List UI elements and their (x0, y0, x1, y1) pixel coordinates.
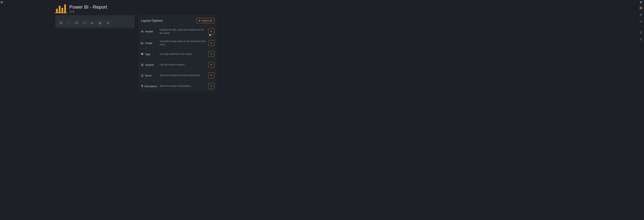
option-label: Header (145, 30, 153, 33)
undo-icon (640, 20, 642, 23)
option-name: Header (141, 30, 158, 33)
plus-icon: + (210, 74, 212, 77)
barchart-icon (55, 4, 67, 13)
linechart-icon (141, 42, 144, 44)
comment-button[interactable] (73, 20, 80, 26)
asset-header: Power BI - Report Card (4, 0, 638, 15)
select-all-label: Select All (202, 19, 212, 22)
settings-button[interactable] (639, 30, 643, 35)
help-icon (83, 22, 86, 24)
option-label: Experts (146, 63, 154, 66)
asset-toolbar (55, 15, 135, 28)
option-label: Tags (145, 53, 150, 56)
option-label: Terms (145, 74, 152, 77)
expand-left-icon[interactable] (1, 1, 3, 3)
select-all-button[interactable]: Select All (196, 18, 214, 23)
svg-point-4 (68, 22, 69, 22)
add-option-button[interactable]: + (208, 62, 214, 68)
svg-point-12 (108, 23, 109, 24)
option-name: Experts (141, 63, 158, 66)
option-label: Description (144, 85, 157, 88)
left-rail (0, 0, 4, 220)
plus-icon (198, 20, 200, 22)
layout-option-row: TermsShow the asset's termsets and terms… (141, 70, 214, 81)
gears-icon (640, 31, 642, 34)
add-option-button[interactable]: + (208, 73, 214, 78)
layout-option-row: HeaderDisplay the title, type and relate… (141, 26, 214, 37)
option-label: Usage (145, 41, 152, 44)
layout-option-row: ExpertsList the asset's experts.+ (141, 59, 214, 70)
external-icon (60, 22, 62, 24)
plus-icon: + (210, 63, 212, 66)
option-name: Usage (141, 41, 158, 44)
svg-point-11 (107, 23, 108, 23)
plus-icon: + (210, 41, 212, 45)
add-option-button[interactable]: + (208, 40, 214, 46)
font-icon (141, 30, 144, 33)
page-title: Power BI - Report (69, 4, 107, 10)
option-name: Description (141, 85, 158, 88)
add-option-button[interactable]: + (208, 83, 214, 89)
users-icon (141, 64, 144, 66)
delete-button[interactable] (639, 12, 643, 17)
svg-rect-0 (640, 7, 641, 8)
svg-point-9 (100, 22, 101, 23)
layout-option-row: DescriptionShow the asset's description.… (141, 81, 214, 91)
layout-option-row: UsageVisualize usage data on an interact… (141, 37, 214, 49)
option-name: Tags (141, 53, 158, 56)
add-option-button[interactable]: + (208, 51, 214, 57)
share-button[interactable] (104, 20, 111, 26)
svg-rect-1 (640, 8, 642, 9)
plus-icon: + (210, 85, 212, 88)
book-icon (141, 74, 143, 77)
collapse-right-icon[interactable] (640, 1, 642, 3)
plus-icon: + (210, 53, 212, 56)
users-button[interactable] (97, 20, 104, 26)
svg-point-15 (143, 64, 143, 65)
option-description: Display the title, type and related icon… (160, 28, 206, 35)
svg-rect-5 (68, 23, 69, 24)
users-icon (98, 22, 102, 24)
add-option-button[interactable]: + (208, 29, 214, 34)
upload-button[interactable] (639, 37, 643, 41)
option-description: Visualize usage data on an interactive l… (160, 40, 206, 46)
open-external-button[interactable] (58, 20, 64, 26)
info-icon (68, 22, 70, 24)
svg-point-7 (91, 22, 92, 23)
save-button[interactable] (639, 6, 643, 10)
svg-point-2 (640, 32, 641, 32)
svg-point-14 (142, 64, 142, 65)
plus-icon: + (210, 30, 212, 33)
page-subtitle: Card (69, 10, 107, 13)
main-canvas: Power BI - Report Card Layout Options Se… (4, 0, 638, 220)
right-rail (638, 0, 644, 220)
key-icon (91, 22, 94, 24)
tags-icon (141, 53, 144, 55)
save-icon (640, 7, 642, 9)
comment-icon (75, 22, 78, 24)
layout-options-panel: Layout Options Select All HeaderDisplay … (138, 15, 217, 91)
pilcrow-icon (141, 85, 143, 87)
svg-point-3 (641, 33, 642, 33)
layout-option-row: TagsList tags attached to an asset.+ (141, 49, 214, 59)
info-button[interactable] (66, 20, 72, 26)
help-button[interactable] (81, 20, 88, 26)
undo-button[interactable] (639, 19, 643, 24)
svg-point-8 (99, 22, 100, 23)
layout-options-title: Layout Options (141, 19, 163, 22)
trash-icon (640, 13, 642, 16)
option-description: List tags attached to an asset. (160, 52, 206, 56)
option-description: List the asset's experts. (160, 63, 206, 66)
svg-point-10 (108, 22, 109, 23)
option-description: Show the asset's termsets and terms. (160, 74, 206, 77)
svg-point-6 (84, 24, 84, 24)
svg-point-13 (142, 53, 142, 54)
option-description: Show the asset's description. (160, 84, 206, 88)
option-name: Terms (141, 74, 158, 77)
upload-icon (640, 38, 642, 40)
key-button[interactable] (89, 20, 96, 26)
share-icon (107, 22, 109, 24)
